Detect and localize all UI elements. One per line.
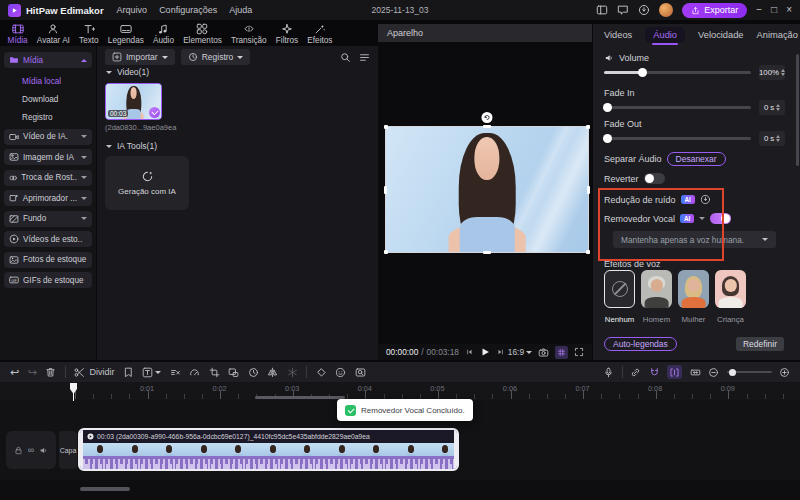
freeze-frame-icon[interactable] <box>287 367 298 378</box>
timeline-zoom-slider[interactable] <box>727 371 772 373</box>
minimize-button[interactable]: − <box>756 5 762 15</box>
ribbon-elementos[interactable]: Elementos <box>179 23 227 45</box>
fit-timeline-icon[interactable] <box>690 367 701 378</box>
track-loop-icon[interactable]: ∞ <box>28 446 34 455</box>
sidebar-item-video-ia[interactable]: Vídeo de IA. <box>4 129 92 145</box>
maximize-button[interactable]: □ <box>771 5 777 15</box>
trim-mode-icon[interactable] <box>667 365 682 379</box>
voice-effect-homem[interactable] <box>641 270 672 308</box>
clear-marks-icon[interactable] <box>170 367 181 378</box>
sidebar-item-troca-rosto[interactable]: Troca de Rost.. <box>4 170 92 186</box>
ribbon-midia[interactable]: Mídia <box>3 23 32 45</box>
resize-handle[interactable] <box>483 251 491 254</box>
timeline-ruler[interactable]: 0:010:020:030:040:050:060:070:080:09 <box>0 382 800 400</box>
download-model-icon[interactable] <box>700 194 711 205</box>
ribbon-filtros[interactable]: Filtros <box>271 23 302 45</box>
text-tool-button[interactable] <box>142 367 161 378</box>
sidebar-item-fotos-estoque[interactable]: Fotos de estoque <box>4 252 92 268</box>
stepper[interactable] <box>776 135 780 143</box>
list-view-icon[interactable] <box>359 52 370 63</box>
tab-animacao[interactable]: Animação <box>757 30 798 40</box>
detach-button[interactable]: Desanexar <box>667 152 726 166</box>
stepper[interactable] <box>776 104 780 112</box>
layout-icon[interactable] <box>596 4 608 16</box>
auto-captions-button[interactable]: Auto-legendas <box>604 337 677 351</box>
ribbon-transicao[interactable]: Transição <box>226 23 271 45</box>
media-clip-thumbnail[interactable]: 00:03 <box>105 83 162 120</box>
link-clips-icon[interactable] <box>630 367 641 378</box>
fade-in-slider[interactable] <box>604 103 751 112</box>
sidebar-item-gifs-estoque[interactable]: GIF GIFs de estoque <box>4 272 92 288</box>
selected-video-layer[interactable] <box>385 126 589 253</box>
grid-icon[interactable] <box>555 346 568 359</box>
zoom-out-icon[interactable] <box>708 367 719 378</box>
tab-videos[interactable]: Videos <box>604 30 632 40</box>
ribbon-avatar-ai[interactable]: Avatar AI <box>32 23 74 45</box>
close-button[interactable]: × <box>786 5 792 15</box>
reset-button[interactable]: Redefinir <box>736 337 784 351</box>
feedback-icon[interactable] <box>617 4 629 16</box>
play-button[interactable] <box>480 347 490 357</box>
menu-ajuda[interactable]: Ajuda <box>229 5 252 15</box>
resize-handle[interactable] <box>587 186 590 194</box>
sidebar-item-fundo[interactable]: Fundo <box>4 211 92 227</box>
download-center-icon[interactable] <box>638 4 650 16</box>
delete-button[interactable] <box>45 367 56 378</box>
voiceover-mic-icon[interactable] <box>603 367 614 378</box>
magnet-snap-icon[interactable] <box>649 367 660 378</box>
sidebar-item-download[interactable]: Download <box>4 91 92 109</box>
clip-trim-handle-left[interactable] <box>80 430 83 469</box>
cover-button[interactable]: Capa <box>59 431 77 469</box>
menu-configuracoes[interactable]: Configurações <box>159 5 217 15</box>
ai-generation-card[interactable]: Geração com IA <box>105 156 189 210</box>
user-avatar[interactable] <box>659 3 673 17</box>
voice-effect-none[interactable] <box>604 270 635 308</box>
tab-audio[interactable]: Áudio <box>645 27 685 43</box>
vocal-mode-dropdown[interactable]: Mantenha apenas a voz humana. <box>613 231 776 248</box>
keyframe-icon[interactable] <box>316 367 327 378</box>
ia-tools-section-header[interactable]: IA Tools(1) <box>106 141 157 151</box>
sidebar-item-imagem-ia[interactable]: Imagem de IA <box>4 149 92 165</box>
volume-slider[interactable] <box>604 68 751 77</box>
export-button[interactable]: Exportar <box>682 3 747 18</box>
timeline-scrollbar-top[interactable] <box>255 396 345 399</box>
duration-icon[interactable] <box>248 367 259 378</box>
ribbon-efeitos[interactable]: Efeitos <box>303 23 337 45</box>
reverse-toggle[interactable] <box>644 173 665 184</box>
marker-icon[interactable] <box>123 367 134 378</box>
next-frame-button[interactable] <box>497 348 505 356</box>
timeline-clip[interactable]: 00:03 (2da00309-a990-466b-956a-0dcbc69e0… <box>78 428 459 471</box>
resize-handle[interactable] <box>483 125 491 128</box>
prev-frame-button[interactable] <box>465 348 473 356</box>
resize-handle[interactable] <box>384 186 387 194</box>
fade-out-slider[interactable] <box>604 134 751 143</box>
clip-trim-handle-right[interactable] <box>454 430 457 469</box>
timeline-scrollbar-bottom[interactable] <box>80 487 130 491</box>
zoom-view-icon[interactable] <box>355 367 366 378</box>
fade-out-value[interactable]: 0 s <box>759 131 785 146</box>
ribbon-legendas[interactable]: Legendas <box>103 23 148 45</box>
import-button[interactable]: Importar <box>105 49 175 65</box>
speed-icon[interactable] <box>189 367 200 378</box>
pip-icon[interactable] <box>228 367 239 378</box>
zoom-in-icon[interactable] <box>779 367 790 378</box>
snapshot-icon[interactable] <box>538 347 549 358</box>
voice-effect-crianca[interactable] <box>715 270 746 308</box>
rotate-handle-icon[interactable] <box>482 112 493 123</box>
voice-effect-mulher[interactable] <box>678 270 709 308</box>
fade-in-value[interactable]: 0 s <box>759 100 785 115</box>
resize-handle[interactable] <box>384 125 388 129</box>
redo-button[interactable]: ↪ <box>28 367 37 378</box>
video-section-header[interactable]: Video(1) <box>106 67 149 77</box>
face-detect-icon[interactable] <box>335 367 346 378</box>
tab-velocidade[interactable]: Velocidade <box>698 30 744 40</box>
crop-icon[interactable] <box>209 367 220 378</box>
search-icon[interactable] <box>340 52 351 63</box>
resize-handle[interactable] <box>586 125 590 129</box>
track-lock-icon[interactable] <box>14 446 23 455</box>
inspector-scrollbar[interactable] <box>796 54 799 166</box>
sidebar-item-midia[interactable]: Mídia <box>4 52 92 68</box>
resize-handle[interactable] <box>384 250 388 254</box>
register-button[interactable]: Registro <box>181 49 251 65</box>
volume-value[interactable]: 100% <box>759 65 785 80</box>
